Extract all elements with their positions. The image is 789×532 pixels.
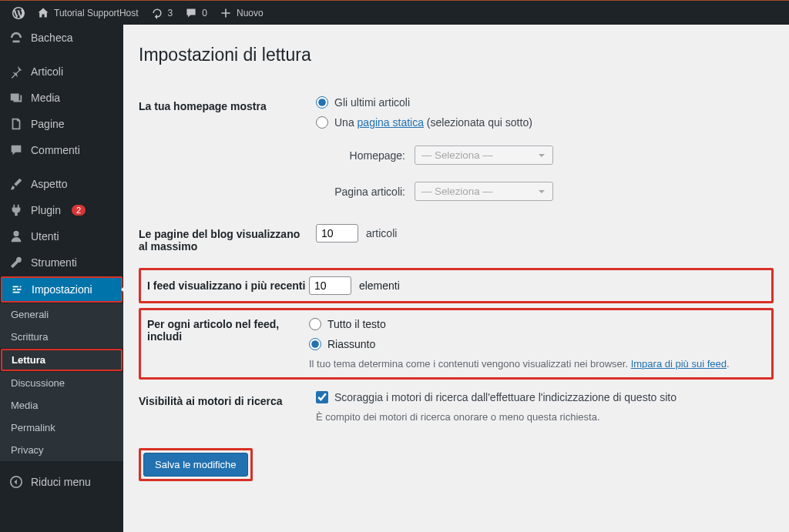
comment-icon	[185, 7, 197, 19]
sidebar-label: Riduci menu	[31, 476, 91, 488]
site-name: Tutorial SupportHost	[54, 8, 139, 18]
radio-feed-summary[interactable]	[309, 338, 321, 350]
plugins-update-badge: 2	[72, 205, 86, 216]
sidebar-sub-privacy[interactable]: Privacy	[0, 439, 123, 461]
updates-link[interactable]: 3	[145, 1, 180, 25]
posts-per-rss-input[interactable]	[309, 276, 351, 295]
collapse-icon	[9, 475, 23, 489]
sidebar-item-media[interactable]: Media	[0, 85, 123, 111]
plugin-icon	[9, 203, 23, 217]
radio-latest-posts-label: Gli ultimi articoli	[334, 96, 410, 109]
user-icon	[9, 229, 23, 243]
wp-logo-icon[interactable]	[6, 1, 31, 25]
sidebar-item-settings[interactable]: Impostazioni	[1, 276, 123, 303]
site-home-link[interactable]: Tutorial SupportHost	[31, 1, 145, 25]
dashboard-icon	[9, 31, 23, 45]
sidebar-label: Commenti	[31, 144, 80, 156]
feed-include-label: Per ogni articolo nel feed, includi	[147, 318, 309, 370]
plus-icon	[220, 7, 232, 19]
sidebar-item-plugins[interactable]: Plugin 2	[0, 197, 123, 223]
homepage-label: La tua homepage mostra	[139, 85, 308, 212]
sidebar-label: Strumenti	[31, 256, 77, 269]
brush-icon	[9, 177, 23, 191]
radio-static-page-label: Una pagina statica (selezionata qui sott…	[334, 116, 532, 129]
sidebar-label: Articoli	[31, 65, 63, 78]
submit-highlight: Salva le modifiche	[139, 448, 253, 481]
admin-sidebar: Bacheca Articoli Media Pagine Commenti A…	[0, 25, 123, 532]
sidebar-label: Pagine	[31, 118, 65, 130]
radio-static-page[interactable]	[316, 116, 328, 129]
settings-icon	[10, 283, 24, 296]
sidebar-item-pages[interactable]: Pagine	[0, 111, 123, 137]
sidebar-label: Aspetto	[31, 178, 67, 190]
media-icon	[9, 91, 23, 105]
comment-icon	[9, 143, 23, 157]
sidebar-label: Plugin	[31, 204, 61, 216]
static-suffix: (selezionata qui sotto)	[424, 116, 532, 129]
sidebar-sub-writing[interactable]: Scrittura	[0, 326, 123, 348]
discourage-search-checkbox[interactable]	[316, 391, 328, 403]
sidebar-sub-media[interactable]: Media	[0, 394, 123, 417]
page-icon	[9, 117, 23, 131]
comments-count: 0	[202, 8, 207, 18]
static-prefix: Una	[334, 116, 358, 129]
search-visibility-label: Visibilità ai motori di ricerca	[139, 380, 308, 434]
sidebar-item-users[interactable]: Utenti	[0, 223, 123, 249]
sidebar-label: Impostazioni	[32, 283, 92, 296]
sidebar-sub-reading[interactable]: Lettura	[1, 349, 123, 371]
sidebar-item-posts[interactable]: Articoli	[0, 59, 123, 85]
wrench-icon	[9, 256, 23, 269]
comments-link[interactable]: 0	[179, 1, 213, 25]
page-title: Impostazioni di lettura	[139, 45, 774, 65]
new-label: Nuovo	[237, 8, 264, 18]
sidebar-item-dashboard[interactable]: Bacheca	[0, 25, 123, 51]
content-area: Impostazioni di lettura La tua homepage …	[123, 25, 789, 532]
search-visibility-desc: È compito dei motori di ricerca onorare …	[316, 411, 766, 423]
home-icon	[37, 7, 49, 19]
sidebar-label: Utenti	[31, 230, 59, 243]
sidebar-sub-discussion[interactable]: Discussione	[0, 372, 123, 394]
feed-items-label: I feed visualizzano i più recenti	[147, 279, 309, 292]
admin-toolbar: Tutorial SupportHost 3 0 Nuovo	[0, 0, 789, 25]
sidebar-collapse[interactable]: Riduci menu	[0, 469, 123, 495]
pin-icon	[9, 65, 23, 79]
posts-per-rss-suffix: elementi	[359, 279, 400, 292]
sidebar-label: Bacheca	[31, 32, 72, 44]
sidebar-item-appearance[interactable]: Aspetto	[0, 171, 123, 197]
homepage-select-label: Homepage:	[328, 149, 405, 162]
static-page-link[interactable]: pagina statica	[358, 116, 424, 129]
sidebar-sub-permalink[interactable]: Permalink	[0, 417, 123, 439]
radio-feed-full-label: Tutto il testo	[327, 318, 386, 330]
homepage-select[interactable]: — Seleziona —	[415, 146, 553, 165]
feed-learn-more-link[interactable]: Impara di più sui feed	[631, 358, 727, 370]
new-content-link[interactable]: Nuovo	[213, 1, 270, 25]
posts-page-select-label: Pagina articoli:	[328, 186, 405, 198]
save-button[interactable]: Salva le modifiche	[143, 453, 248, 477]
posts-page-select[interactable]: — Seleziona —	[415, 182, 553, 201]
radio-latest-posts[interactable]	[316, 96, 328, 109]
sidebar-sub-general[interactable]: Generali	[0, 303, 123, 326]
sidebar-item-comments[interactable]: Commenti	[0, 137, 123, 163]
feed-description: Il tuo tema determina come i contenuti v…	[309, 358, 765, 370]
blog-pages-label: Le pagine del blog visualizzano al massi…	[139, 212, 308, 268]
discourage-search-label: Scoraggia i motori di ricerca dall'effet…	[334, 391, 677, 403]
radio-feed-summary-label: Riassunto	[327, 338, 375, 350]
posts-per-page-suffix: articoli	[366, 227, 397, 239]
feed-desc-text: Il tuo tema determina come i contenuti v…	[309, 358, 631, 370]
posts-per-page-input[interactable]	[316, 224, 358, 243]
sidebar-item-tools[interactable]: Strumenti	[0, 249, 123, 276]
updates-count: 3	[168, 8, 173, 18]
radio-feed-full[interactable]	[309, 318, 321, 330]
refresh-icon	[151, 7, 163, 19]
sidebar-label: Media	[31, 92, 60, 104]
